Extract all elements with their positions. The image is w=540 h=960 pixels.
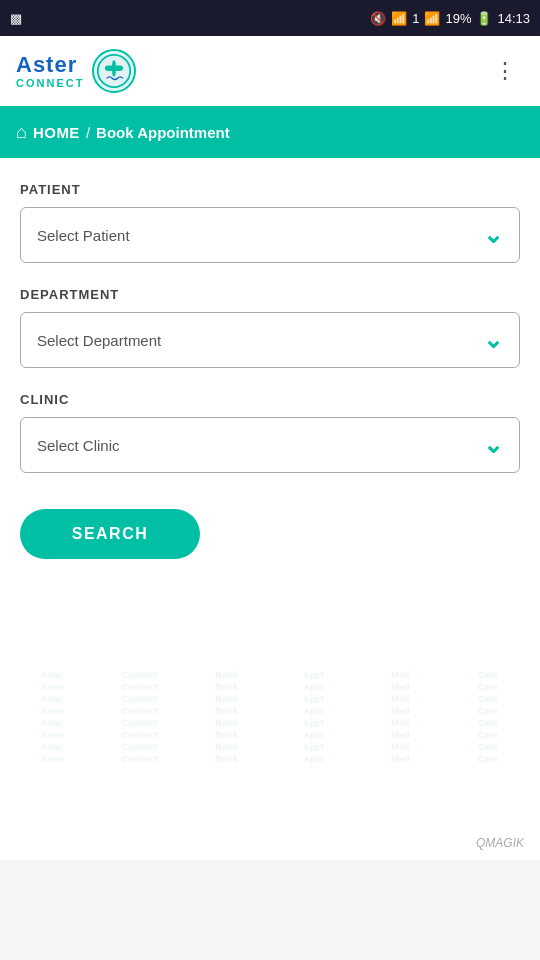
signal-icon: 📶	[424, 11, 440, 26]
department-label: DEPARTMENT	[20, 287, 520, 302]
battery-percent: 19%	[445, 11, 471, 26]
watermark-cell: Book	[184, 730, 269, 740]
watermark-cell: Aster	[10, 706, 95, 716]
watermark-cell: Aster	[10, 730, 95, 740]
watermark-cell: Book	[184, 718, 269, 728]
watermark-cell: Aster	[10, 682, 95, 692]
department-section: DEPARTMENT Select Department ⌄	[20, 287, 520, 368]
screen-wrapper: ▩ 🔇 📶 1 📶 19% 🔋 14:13 Aster CONNECT	[0, 0, 540, 960]
watermark-cell: Aster	[10, 694, 95, 704]
watermark-cell: Book	[184, 754, 269, 764]
watermark-cell: Care	[445, 730, 530, 740]
watermark-cell: Book	[184, 670, 269, 680]
watermark-cell: Med	[358, 682, 443, 692]
logo-text: Aster CONNECT	[16, 53, 84, 89]
watermark-cell: Appt	[271, 682, 356, 692]
clinic-label: CLINIC	[20, 392, 520, 407]
watermark-cell: Care	[445, 682, 530, 692]
watermark-cell: Connect	[97, 742, 182, 752]
watermark-cell: Care	[445, 742, 530, 752]
watermark-cell: Book	[184, 742, 269, 752]
watermark-cell: Aster	[10, 742, 95, 752]
sim-icon: 1	[412, 11, 419, 26]
qmagik-label: QMAGIK	[476, 836, 524, 850]
watermark-cell: Appt	[271, 718, 356, 728]
watermark-cell: Appt	[271, 670, 356, 680]
watermark-cell: Connect	[97, 754, 182, 764]
patient-dropdown-text: Select Patient	[37, 227, 130, 244]
watermark-cell: Appt	[271, 694, 356, 704]
watermark-cell: Connect	[97, 682, 182, 692]
watermark-cell: Med	[358, 742, 443, 752]
watermark-cell: Med	[358, 754, 443, 764]
watermark-cell: Care	[445, 670, 530, 680]
logo-aster: Aster	[16, 53, 84, 77]
watermark-cell: Connect	[97, 694, 182, 704]
app-bar: Aster CONNECT ⋮	[0, 36, 540, 106]
watermark-cell: Med	[358, 694, 443, 704]
battery-icon: 🔋	[476, 11, 492, 26]
breadcrumb-separator: /	[86, 124, 90, 141]
main-content: PATIENT Select Patient ⌄ DEPARTMENT Sele…	[0, 158, 540, 860]
patient-dropdown[interactable]: Select Patient ⌄	[20, 207, 520, 263]
watermark-cell: Care	[445, 694, 530, 704]
watermark-cell: Appt	[271, 742, 356, 752]
watermark-cell: Appt	[271, 706, 356, 716]
status-bar-left: ▩	[10, 11, 22, 26]
clock: 14:13	[497, 11, 530, 26]
watermark-cell: Book	[184, 694, 269, 704]
logo-circle	[92, 49, 136, 93]
clinic-chevron-icon: ⌄	[483, 433, 503, 457]
watermark-cell: Appt	[271, 730, 356, 740]
watermark-cell: Connect	[97, 670, 182, 680]
patient-label: PATIENT	[20, 182, 520, 197]
watermark-cell: Med	[358, 730, 443, 740]
watermark-cell: Med	[358, 670, 443, 680]
watermark-cell: Care	[445, 706, 530, 716]
home-icon: ⌂	[16, 122, 27, 143]
watermark-cell: Book	[184, 682, 269, 692]
watermark-cell: Care	[445, 718, 530, 728]
breadcrumb-current: Book Appointment	[96, 124, 230, 141]
logo-container: Aster CONNECT	[16, 49, 136, 93]
clinic-dropdown[interactable]: Select Clinic ⌄	[20, 417, 520, 473]
watermark-cell: Connect	[97, 730, 182, 740]
watermark-cell: Connect	[97, 718, 182, 728]
watermark-cell: Aster	[10, 754, 95, 764]
status-bar-right: 🔇 📶 1 📶 19% 🔋 14:13	[370, 11, 530, 26]
department-chevron-icon: ⌄	[483, 328, 503, 352]
mute-icon: 🔇	[370, 11, 386, 26]
watermark-cell: Med	[358, 706, 443, 716]
screen-icon: ▩	[10, 11, 22, 26]
watermark-cell: Connect	[97, 706, 182, 716]
watermark-cell: Care	[445, 754, 530, 764]
department-dropdown[interactable]: Select Department ⌄	[20, 312, 520, 368]
watermark-cell: Book	[184, 706, 269, 716]
logo-connect: CONNECT	[16, 77, 84, 89]
watermark-cell: Aster	[10, 718, 95, 728]
watermark-cell: Aster	[10, 670, 95, 680]
clinic-dropdown-text: Select Clinic	[37, 437, 120, 454]
watermark-area: // Will be generated by inline script be…	[0, 660, 540, 860]
search-button[interactable]: SEARCH	[20, 509, 200, 559]
menu-button[interactable]: ⋮	[486, 50, 524, 92]
clinic-section: CLINIC Select Clinic ⌄	[20, 392, 520, 473]
patient-chevron-icon: ⌄	[483, 223, 503, 247]
breadcrumb-bar: ⌂ HOME / Book Appointment	[0, 106, 540, 158]
status-bar: ▩ 🔇 📶 1 📶 19% 🔋 14:13	[0, 0, 540, 36]
department-dropdown-text: Select Department	[37, 332, 161, 349]
breadcrumb-home[interactable]: HOME	[33, 124, 80, 141]
watermark-grid: // Will be generated by inline script be…	[0, 660, 540, 774]
watermark-cell: Appt	[271, 754, 356, 764]
wifi-icon: 📶	[391, 11, 407, 26]
patient-section: PATIENT Select Patient ⌄	[20, 182, 520, 263]
watermark-cell: Med	[358, 718, 443, 728]
